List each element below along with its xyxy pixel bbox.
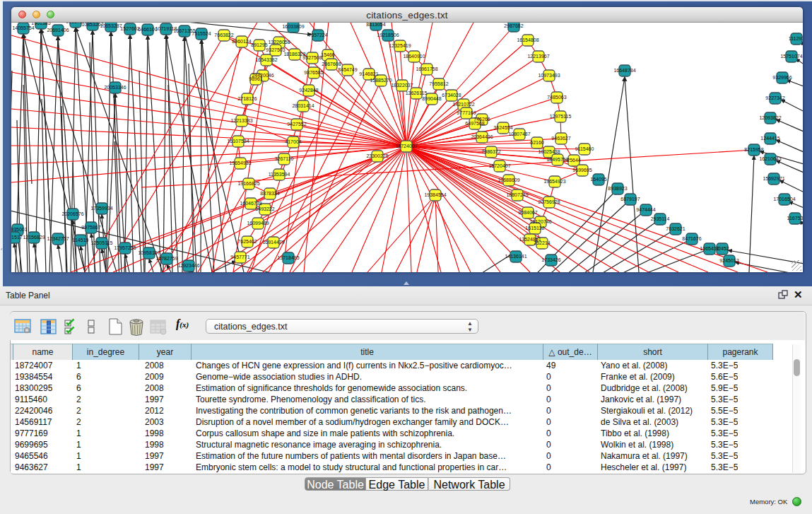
svg-text:20206576: 20206576 [61, 211, 83, 216]
svg-text:17359934: 17359934 [90, 206, 112, 211]
svg-text:11353594: 11353594 [269, 172, 290, 177]
svg-text:7357224: 7357224 [308, 33, 327, 37]
svg-text:6466100: 6466100 [138, 27, 157, 32]
svg-text:8454749: 8454749 [338, 67, 357, 72]
svg-text:12213967: 12213967 [527, 54, 549, 59]
svg-text:9245012: 9245012 [719, 258, 739, 263]
svg-text:23300275: 23300275 [366, 153, 388, 158]
svg-text:12923446: 12923446 [177, 263, 199, 268]
svg-text:9115460: 9115460 [575, 146, 594, 151]
svg-text:19654933: 19654933 [229, 160, 251, 165]
svg-text:1733426: 1733426 [541, 257, 560, 262]
svg-text:98961: 98961 [249, 76, 263, 81]
svg-text:20053346: 20053346 [104, 85, 126, 90]
svg-text:16648784: 16648784 [613, 68, 635, 73]
svg-text:8938923: 8938923 [608, 186, 627, 191]
svg-text:13626115: 13626115 [406, 90, 428, 95]
svg-text:9975867: 9975867 [81, 225, 100, 230]
svg-text:9427552: 9427552 [287, 122, 306, 127]
svg-text:164095: 164095 [590, 177, 606, 182]
svg-text:7485063: 7485063 [547, 95, 566, 100]
svg-text:6734028: 6734028 [442, 93, 461, 98]
svg-text:62160: 62160 [530, 140, 544, 145]
svg-text:15885270: 15885270 [370, 78, 392, 83]
svg-text:16914479: 16914479 [262, 240, 284, 245]
svg-text:5493222: 5493222 [255, 206, 274, 211]
svg-text:9699695: 9699695 [572, 168, 592, 173]
svg-text:7625402: 7625402 [237, 239, 257, 244]
svg-text:16210643: 16210643 [759, 156, 781, 161]
svg-text:114519: 114519 [73, 238, 89, 243]
svg-text:9242848: 9242848 [299, 88, 318, 93]
svg-text:2867608: 2867608 [322, 62, 341, 66]
svg-text:1244415: 1244415 [760, 136, 779, 141]
svg-text:8813054: 8813054 [366, 23, 385, 27]
svg-text:14055754: 14055754 [12, 25, 34, 30]
svg-text:13226058: 13226058 [268, 40, 290, 45]
svg-text:12342757: 12342757 [47, 236, 69, 241]
svg-text:12505115: 12505115 [91, 240, 113, 245]
svg-text:9327503: 9327503 [266, 47, 285, 52]
svg-text:12975115: 12975115 [550, 114, 572, 119]
svg-text:1065412: 1065412 [700, 246, 719, 251]
svg-text:15720407: 15720407 [488, 163, 510, 168]
svg-text:15751074: 15751074 [780, 54, 802, 59]
svg-text:18495758: 18495758 [546, 157, 568, 162]
svg-text:9327508: 9327508 [302, 55, 322, 60]
svg-text:18322037: 18322037 [391, 83, 413, 88]
svg-text:16099489: 16099489 [247, 221, 269, 226]
svg-text:7632621: 7632621 [666, 226, 685, 231]
svg-text:15692971: 15692971 [763, 176, 784, 181]
svg-text:3624554: 3624554 [493, 125, 512, 130]
svg-text:2718126: 2718126 [237, 96, 257, 101]
svg-text:2987682: 2987682 [504, 23, 523, 28]
svg-text:1527602: 1527602 [120, 26, 139, 31]
svg-text:8960124: 8960124 [232, 39, 251, 44]
svg-text:6879197: 6879197 [620, 197, 640, 201]
svg-text:14136141: 14136141 [505, 254, 526, 259]
svg-text:19384554: 19384554 [424, 192, 446, 197]
svg-text:20364436: 20364436 [471, 134, 493, 139]
svg-text:2935114: 2935114 [651, 216, 670, 221]
svg-text:7663822: 7663822 [214, 33, 233, 37]
svg-text:891295: 891295 [251, 42, 267, 47]
svg-text:417004: 417004 [285, 139, 301, 144]
svg-text:16154808: 16154808 [517, 37, 539, 42]
svg-text:3267110: 3267110 [275, 156, 294, 161]
svg-text:9463627: 9463627 [551, 136, 570, 141]
svg-text:18640910: 18640910 [403, 54, 425, 59]
svg-text:20756928: 20756928 [538, 199, 560, 204]
svg-text:9457771: 9457771 [230, 255, 249, 259]
svg-text:12213383: 12213383 [230, 118, 252, 123]
svg-text:7515524: 7515524 [192, 31, 211, 36]
svg-text:10973493: 10973493 [538, 73, 560, 78]
svg-text:12325419: 12325419 [389, 43, 411, 48]
svg-text:16107534: 16107534 [227, 139, 249, 144]
svg-text:10807487: 10807487 [508, 132, 530, 136]
svg-text:10958107: 10958107 [138, 250, 160, 255]
svg-text:9146821: 9146821 [359, 71, 378, 76]
svg-text:10688609: 10688609 [498, 177, 519, 182]
svg-text:13718485: 13718485 [277, 255, 299, 260]
svg-text:16033809: 16033809 [282, 24, 304, 29]
svg-text:19166825: 19166825 [237, 181, 259, 186]
svg-text:15466: 15466 [321, 52, 335, 57]
svg-text:8215958: 8215958 [744, 147, 763, 152]
svg-text:17016504: 17016504 [773, 197, 795, 201]
svg-text:9777169: 9777169 [457, 110, 476, 115]
svg-text:17957255: 17957255 [114, 245, 136, 250]
svg-text:10653287: 10653287 [100, 23, 122, 28]
svg-text:1615132: 1615132 [525, 226, 544, 230]
svg-text:19654923: 19654923 [543, 179, 565, 184]
svg-text:991517: 991517 [11, 235, 23, 240]
svg-text:9084067: 9084067 [518, 210, 537, 215]
svg-text:18807249: 18807249 [506, 192, 528, 197]
svg-text:9474444: 9474444 [636, 207, 655, 212]
svg-text:116753: 116753 [787, 216, 803, 221]
svg-text:8878334: 8878334 [260, 191, 279, 196]
svg-text:20691406: 20691406 [47, 28, 69, 33]
svg-text:252214: 252214 [534, 240, 550, 245]
svg-text:16961758: 16961758 [416, 66, 437, 71]
svg-text:9876585: 9876585 [304, 70, 323, 75]
svg-text:10025438: 10025438 [538, 149, 560, 154]
